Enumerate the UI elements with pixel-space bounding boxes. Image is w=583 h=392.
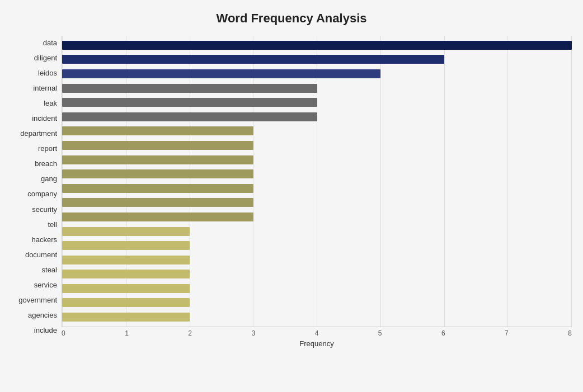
x-tick: 2 bbox=[188, 329, 192, 337]
y-label: include bbox=[34, 324, 57, 337]
bar-row bbox=[62, 67, 572, 81]
x-tick: 4 bbox=[315, 329, 319, 337]
x-axis: 012345678 Frequency bbox=[62, 327, 572, 350]
bars-and-x: 012345678 Frequency bbox=[62, 36, 572, 350]
bar-row bbox=[62, 124, 572, 139]
x-tick: 3 bbox=[251, 329, 255, 337]
y-label: government bbox=[18, 294, 57, 307]
bar-row bbox=[62, 38, 572, 53]
bar-row bbox=[62, 253, 572, 267]
bar bbox=[62, 141, 253, 150]
bar-row bbox=[62, 53, 572, 67]
chart-container: Word Frequency Analysis datadiligentleid… bbox=[0, 0, 583, 392]
y-label: security bbox=[32, 202, 57, 216]
x-tick: 6 bbox=[441, 329, 445, 337]
bar-row bbox=[62, 110, 572, 124]
bar-row bbox=[62, 281, 572, 296]
x-ticks: 012345678 bbox=[62, 327, 572, 338]
y-label: internal bbox=[33, 81, 57, 95]
bar-row bbox=[62, 224, 572, 239]
y-label: gang bbox=[41, 172, 57, 186]
x-tick: 1 bbox=[125, 329, 129, 337]
bar bbox=[62, 98, 317, 107]
bar-row bbox=[62, 210, 572, 224]
y-label: document bbox=[25, 248, 57, 261]
bar-row bbox=[62, 167, 572, 181]
y-label: report bbox=[38, 142, 57, 155]
bar-row bbox=[62, 138, 572, 153]
bar-row bbox=[62, 267, 572, 282]
chart-area: datadiligentleidosinternalleakincidentde… bbox=[11, 36, 572, 350]
y-label: incident bbox=[32, 111, 57, 125]
y-label: tell bbox=[48, 218, 57, 231]
bar-row bbox=[62, 81, 572, 96]
bar bbox=[62, 184, 253, 193]
y-label: company bbox=[27, 187, 57, 201]
bars-area bbox=[62, 36, 572, 327]
bar bbox=[62, 298, 190, 307]
bar bbox=[62, 155, 253, 164]
y-label: service bbox=[34, 278, 57, 292]
chart-title: Word Frequency Analysis bbox=[11, 11, 572, 26]
x-tick: 5 bbox=[378, 329, 382, 337]
bar bbox=[62, 169, 253, 178]
y-label: diligent bbox=[34, 51, 57, 64]
bar bbox=[62, 212, 253, 221]
bar bbox=[62, 41, 572, 50]
bar bbox=[62, 270, 190, 278]
bar bbox=[62, 256, 190, 265]
y-label: department bbox=[20, 127, 57, 140]
bar bbox=[62, 69, 380, 78]
bar-row bbox=[62, 153, 572, 167]
bar bbox=[62, 84, 317, 93]
y-axis: datadiligentleidosinternalleakincidentde… bbox=[11, 36, 62, 350]
y-label: steal bbox=[42, 263, 57, 276]
bars-inner bbox=[62, 36, 572, 327]
x-axis-label: Frequency bbox=[62, 339, 572, 348]
y-label: breach bbox=[35, 157, 57, 171]
bar-row bbox=[62, 296, 572, 310]
x-tick: 0 bbox=[62, 329, 65, 337]
bar-row bbox=[62, 196, 572, 210]
bar-row bbox=[62, 238, 572, 253]
y-label: agencies bbox=[28, 309, 57, 322]
bar bbox=[62, 313, 190, 322]
y-label: leidos bbox=[38, 66, 57, 79]
bar bbox=[62, 126, 253, 135]
bar bbox=[62, 55, 444, 64]
bar bbox=[62, 284, 190, 293]
y-label: leak bbox=[44, 96, 57, 110]
y-label: data bbox=[43, 36, 57, 49]
y-label: hackers bbox=[31, 233, 57, 246]
bar-row bbox=[62, 310, 572, 324]
x-tick: 8 bbox=[568, 329, 572, 337]
bar bbox=[62, 241, 190, 250]
bar-row bbox=[62, 181, 572, 196]
x-tick: 7 bbox=[505, 329, 509, 337]
bar-row bbox=[62, 95, 572, 110]
bar bbox=[62, 112, 317, 121]
bar bbox=[62, 198, 253, 207]
bar bbox=[62, 227, 190, 236]
